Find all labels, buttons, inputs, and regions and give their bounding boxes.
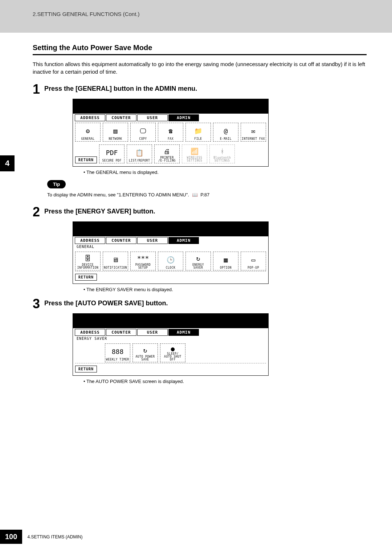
- tab-address[interactable]: ADDRESS: [75, 329, 105, 336]
- tip-text: To display the ADMIN menu, see "1.ENTERI…: [47, 192, 367, 197]
- tab-user[interactable]: USER: [137, 329, 168, 336]
- list-report-button[interactable]: 📋LIST/REPORT: [127, 144, 152, 163]
- power-save-icon: ↻: [143, 345, 147, 355]
- tab-address[interactable]: ADDRESS: [75, 114, 105, 121]
- option-icon: ▦: [224, 253, 228, 266]
- bluetooth-icon: ᚼ: [220, 146, 224, 156]
- step-note: The GENERAL menu is displayed.: [83, 170, 367, 175]
- printer-efiling-button[interactable]: 🖨PRINTER /E-FILING: [154, 144, 180, 163]
- return-button[interactable]: RETURN: [75, 156, 97, 163]
- section-title: Setting the Auto Power Save Mode: [33, 44, 367, 52]
- chapter-tab: 4: [0, 155, 15, 171]
- tab-user[interactable]: USER: [137, 237, 168, 244]
- tab-counter[interactable]: COUNTER: [106, 329, 136, 336]
- step-title: Press the [GENERAL] button in the ADMIN …: [44, 83, 197, 93]
- password-setup-button[interactable]: ***PASSWORD SETUP: [130, 252, 156, 270]
- bluetooth-settings-button: ᚼBluetooth SETTINGS: [209, 144, 235, 163]
- network-icon: ▤: [114, 124, 118, 138]
- step-note: The ENERGY SAVER menu is displayed.: [83, 287, 367, 292]
- breadcrumb: 2.SETTING GENERAL FUNCTIONS (Cont.): [33, 11, 392, 17]
- email-icon: @: [224, 124, 228, 138]
- printer-icon: 🖨: [164, 146, 170, 156]
- option-button[interactable]: ▦OPTION: [213, 252, 238, 270]
- sleep-auto-shutoff-button[interactable]: ●SLEEP/ AUTO SHUT OFF: [160, 343, 185, 362]
- internet-fax-icon: ✉: [252, 124, 256, 138]
- footer-text: 4.SETTING ITEMS (ADMIN): [27, 534, 82, 539]
- step-number: 2: [33, 205, 40, 219]
- intro-text: This function allows this equipment auto…: [33, 60, 367, 76]
- divider: [33, 54, 367, 55]
- step-title: Press the [AUTO POWER SAVE] button.: [44, 297, 168, 307]
- wireless-icon: 📶: [191, 146, 199, 156]
- screen-path: ENERGY SAVER: [73, 336, 268, 342]
- tab-user[interactable]: USER: [137, 114, 168, 121]
- tab-address[interactable]: ADDRESS: [75, 237, 105, 244]
- screen-path: GENERAL: [73, 244, 268, 250]
- tab-admin[interactable]: ADMIN: [168, 329, 199, 336]
- step-number: 3: [33, 297, 40, 310]
- general-button[interactable]: ⚙GENERAL: [75, 123, 101, 142]
- sleep-icon: ●: [171, 345, 175, 353]
- energy-saver-icon: ↻: [196, 253, 200, 264]
- timer-icon: 888: [112, 345, 124, 358]
- clock-icon: 🕒: [167, 253, 175, 266]
- step-number: 1: [33, 83, 40, 96]
- step-note: The AUTO POWER SAVE screen is displayed.: [83, 379, 367, 384]
- pdf-icon: PDF: [106, 146, 118, 159]
- tab-counter[interactable]: COUNTER: [106, 237, 136, 244]
- email-button[interactable]: @E-MAIL: [213, 123, 238, 142]
- gear-icon: ⚙: [86, 124, 90, 138]
- book-icon: 📖: [192, 192, 198, 197]
- tab-admin[interactable]: ADMIN: [168, 114, 199, 121]
- page-number: 100: [0, 530, 22, 544]
- notification-button[interactable]: 🖥NOTIFICATION: [103, 252, 128, 270]
- wireless-settings-button: 📶WIRELESS SETTINGS: [182, 144, 207, 163]
- notification-icon: 🖥: [112, 253, 119, 266]
- fax-icon: ☎: [169, 124, 173, 138]
- tab-admin[interactable]: ADMIN: [168, 237, 199, 244]
- device-icon: 🗄: [85, 253, 91, 264]
- return-button[interactable]: RETURN: [75, 274, 97, 281]
- popup-icon: ▭: [252, 253, 256, 266]
- copy-icon: 🖵: [140, 124, 146, 138]
- copy-button[interactable]: 🖵COPY: [130, 123, 156, 142]
- secure-pdf-button[interactable]: PDFSECURE PDF: [99, 144, 124, 163]
- tab-counter[interactable]: COUNTER: [106, 114, 136, 121]
- weekly-timer-button[interactable]: 888WEEKLY TIMER: [105, 343, 130, 362]
- file-icon: 📁: [194, 124, 202, 138]
- device-information-button[interactable]: 🗄DEVICE INFORMATION: [75, 252, 101, 270]
- energy-saver-menu-screenshot: ADDRESS COUNTER USER ADMIN ENERGY SAVER …: [73, 313, 269, 376]
- general-menu-screenshot: ADDRESS COUNTER USER ADMIN GENERAL 🗄DEVI…: [73, 221, 269, 284]
- step-title: Press the [ENERGY SAVER] button.: [44, 205, 155, 215]
- internet-fax-button[interactable]: ✉INTERNET FAX: [241, 123, 266, 142]
- popup-button[interactable]: ▭POP-UP: [241, 252, 266, 270]
- clock-button[interactable]: 🕒CLOCK: [158, 252, 183, 270]
- report-icon: 📋: [135, 146, 143, 159]
- file-button[interactable]: 📁FILE: [185, 123, 211, 142]
- network-button[interactable]: ▤NETWORK: [103, 123, 128, 142]
- tip-badge: Tip: [47, 180, 66, 188]
- return-button[interactable]: RETURN: [75, 366, 97, 372]
- admin-menu-screenshot: ADDRESS COUNTER USER ADMIN ⚙GENERAL ▤NET…: [73, 99, 269, 167]
- energy-saver-button[interactable]: ↻ENERGY SAVER: [185, 252, 211, 270]
- fax-button[interactable]: ☎FAX: [158, 123, 183, 142]
- auto-power-save-button[interactable]: ↻AUTO POWER SAVE: [132, 343, 158, 362]
- password-icon: ***: [137, 253, 149, 264]
